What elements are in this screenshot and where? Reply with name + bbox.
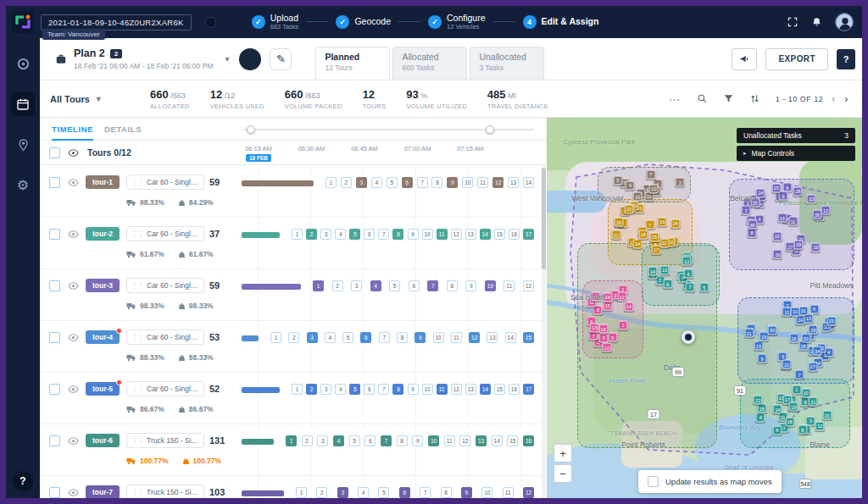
tour-vehicle-select[interactable]: ⋮⋮Car 60 - Single Tr...	[126, 278, 204, 293]
edit-plan-button[interactable]: ✎	[270, 48, 292, 70]
task-marker[interactable]: 18	[638, 230, 648, 239]
task-marker[interactable]: 19	[811, 242, 821, 252]
tour-stop[interactable]: 9	[408, 384, 419, 395]
task-marker[interactable]: 16	[773, 250, 782, 259]
tour-stop[interactable]: 8	[397, 435, 408, 446]
tour-stop[interactable]: 4	[333, 435, 344, 446]
tour-stop[interactable]: 9	[408, 229, 419, 240]
tour-stop[interactable]: 8	[392, 229, 403, 240]
tour-stop[interactable]: 4	[335, 229, 346, 240]
tour-stop[interactable]: 12	[523, 487, 534, 498]
update-results-checkbox[interactable]	[648, 476, 659, 487]
task-marker[interactable]: 7	[589, 331, 598, 341]
tour-vehicle-select[interactable]: ⋮⋮Car 60 - Single Tr...	[126, 226, 204, 241]
task-marker[interactable]: 10	[633, 192, 643, 202]
sidebar-item-overview[interactable]	[11, 52, 35, 75]
zoom-in-button[interactable]: +	[554, 444, 572, 462]
task-marker[interactable]: 26	[789, 334, 798, 343]
task-marker[interactable]: 4	[756, 413, 765, 422]
task-marker[interactable]: 26	[812, 210, 821, 219]
tour-stop[interactable]: 8	[431, 177, 442, 188]
tour-visibility-icon[interactable]	[68, 177, 79, 188]
task-marker[interactable]: 11	[782, 307, 792, 317]
tour-stop[interactable]: 13	[465, 384, 476, 395]
tour-stop[interactable]: 11	[437, 384, 448, 395]
tour-stop[interactable]: 14	[492, 435, 503, 446]
tour-stop[interactable]: 11	[437, 229, 448, 240]
tour-stop[interactable]: 10	[462, 177, 473, 188]
tour-stop[interactable]: 9	[412, 435, 423, 446]
task-marker[interactable]: 24	[796, 315, 805, 324]
tour-stop[interactable]: 15	[494, 229, 505, 240]
task-marker[interactable]: 15	[754, 341, 763, 351]
task-marker[interactable]: 2	[676, 178, 685, 187]
tour-visibility-icon[interactable]	[68, 435, 79, 446]
tour-timeline[interactable]: 1234567891011121314151617	[242, 218, 534, 269]
tour-stop[interactable]: 12	[469, 332, 480, 343]
tour-stop[interactable]: 7	[381, 435, 392, 446]
sort-icon[interactable]	[749, 93, 760, 104]
tour-stop[interactable]: 6	[364, 435, 376, 446]
slider-handle-end[interactable]	[486, 125, 494, 134]
tour-stop[interactable]: 12	[523, 280, 534, 291]
export-button[interactable]: EXPORT	[765, 48, 828, 70]
tour-stop[interactable]: 1	[286, 435, 297, 446]
tab-allocated[interactable]: Allocated660 Tasks	[392, 47, 467, 80]
toggle-all-visibility-icon[interactable]	[68, 147, 79, 158]
task-marker[interactable]: 4	[626, 180, 635, 190]
search-icon[interactable]	[697, 93, 708, 104]
plan-selector[interactable]: Plan 2 2 18 Feb '21 06:00 AM - 18 Feb '2…	[74, 47, 213, 70]
task-marker[interactable]: 5	[613, 175, 622, 185]
task-marker[interactable]: 30	[768, 325, 777, 335]
tour-timeline[interactable]: 1234567891011121314	[242, 166, 534, 217]
time-range-slider[interactable]	[243, 129, 534, 130]
tour-stop[interactable]: 14	[523, 177, 534, 188]
task-marker[interactable]: 25	[826, 316, 836, 325]
task-marker[interactable]: 12	[617, 292, 626, 302]
tour-checkbox[interactable]	[49, 332, 60, 343]
filter-icon[interactable]	[723, 93, 734, 104]
task-marker[interactable]: 10	[772, 231, 782, 241]
tour-stop[interactable]: 11	[451, 332, 462, 343]
tour-stop[interactable]: 6	[409, 280, 420, 291]
tour-stop[interactable]: 16	[523, 435, 534, 446]
tour-stop[interactable]: 7	[379, 332, 390, 343]
map[interactable]: 1234567891011121234567891011121314151617…	[547, 118, 862, 498]
tour-stop[interactable]: 15	[523, 332, 534, 343]
tour-stop[interactable]: 4	[325, 332, 336, 343]
map-controls-panel[interactable]: ▸ Map Controls	[737, 146, 855, 161]
task-marker[interactable]: 18	[598, 324, 608, 334]
task-marker[interactable]: 15	[757, 404, 766, 413]
tour-stop[interactable]: 10	[422, 384, 433, 395]
tour-stop[interactable]: 10	[428, 435, 439, 446]
plan-color-button[interactable]	[239, 48, 261, 70]
wizard-step-upload[interactable]: ✓Upload663 Tasks	[252, 14, 299, 31]
depot-marker[interactable]	[682, 330, 695, 344]
task-marker[interactable]: 28	[793, 186, 803, 196]
tour-stop[interactable]: 5	[389, 280, 400, 291]
tour-vehicle-select[interactable]: ⋮⋮Truck 150 - Singl...	[126, 433, 204, 448]
task-marker[interactable]: 12	[611, 230, 620, 240]
tour-stop[interactable]: 15	[507, 435, 518, 446]
tour-stop[interactable]: 3	[337, 487, 348, 498]
tour-stop[interactable]: 14	[480, 384, 491, 395]
tour-stop[interactable]: 8	[441, 487, 452, 498]
update-results-toggle[interactable]: Update results as map moves	[638, 470, 782, 493]
tour-stop[interactable]: 5	[349, 384, 360, 395]
task-marker[interactable]: 31	[798, 306, 808, 315]
tour-stop[interactable]: 2	[332, 280, 343, 291]
wizard-step-geocode[interactable]: ✓Geocode	[336, 15, 391, 29]
task-marker[interactable]: 18	[785, 417, 794, 426]
tour-stop[interactable]: 12	[451, 229, 462, 240]
task-marker[interactable]: 30	[748, 220, 757, 230]
tour-visibility-icon[interactable]	[68, 280, 79, 291]
fullscreen-icon[interactable]	[787, 16, 798, 28]
task-marker[interactable]: 16	[603, 292, 612, 302]
tour-stop[interactable]: 5	[342, 332, 353, 343]
more-kpis-icon[interactable]: ⋯	[669, 92, 682, 106]
task-marker[interactable]: 9	[757, 354, 766, 363]
tour-stop[interactable]: 13	[465, 229, 476, 240]
task-marker[interactable]: 1	[619, 320, 628, 330]
tour-stop[interactable]: 14	[505, 332, 516, 343]
user-avatar[interactable]	[835, 13, 854, 31]
